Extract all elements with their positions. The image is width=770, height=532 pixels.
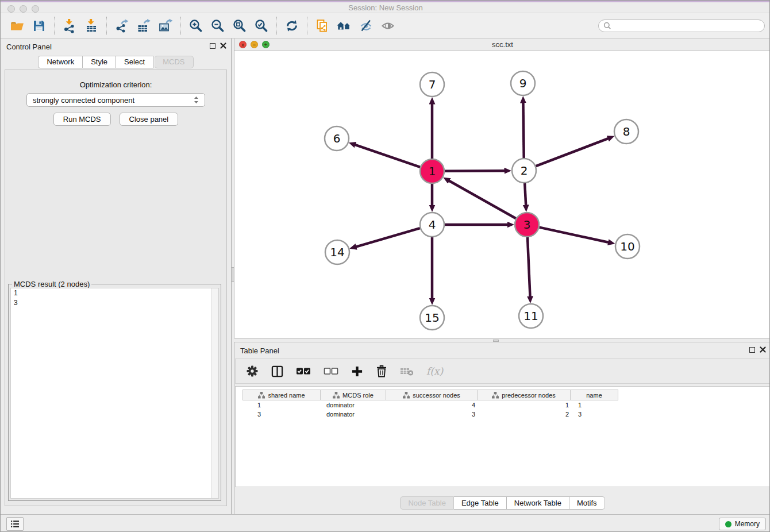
tab-select[interactable]: Select — [116, 56, 153, 68]
close-panel-icon[interactable] — [760, 346, 766, 353]
criterion-selected-value: strongly connected component — [33, 96, 134, 105]
close-panel-icon[interactable] — [220, 43, 226, 49]
svg-text:1: 1 — [429, 164, 436, 178]
graph-edge-1-2[interactable] — [445, 171, 506, 171]
import-network-icon[interactable] — [59, 15, 80, 37]
task-history-button[interactable] — [6, 517, 24, 531]
refresh-icon[interactable] — [281, 15, 303, 37]
cell-mcds_role: dominator — [321, 410, 387, 419]
graph-edge-3-11[interactable] — [528, 237, 530, 298]
toolbar-separator — [54, 17, 55, 35]
svg-text:15: 15 — [425, 311, 439, 325]
graph-node-14[interactable]: 14 — [325, 240, 349, 264]
table-toolbar: f(x) — [235, 358, 770, 384]
cell-name: 1 — [572, 400, 621, 410]
cell-successor_nodes: 3 — [387, 410, 479, 419]
float-panel-icon[interactable] — [749, 347, 755, 353]
first-neighbors-icon[interactable] — [333, 15, 355, 37]
add-column-icon[interactable] — [351, 365, 363, 377]
graph-node-7[interactable]: 7 — [420, 72, 444, 97]
graph-node-8[interactable]: 8 — [614, 119, 638, 144]
search-input[interactable] — [614, 22, 760, 30]
svg-text:8: 8 — [623, 125, 630, 138]
graph-node-3[interactable]: 3 — [515, 213, 539, 237]
tab-mcds[interactable]: MCDS — [155, 56, 193, 68]
copy-style-icon[interactable] — [311, 15, 333, 37]
svg-text:10: 10 — [620, 240, 634, 253]
optimization-criterion-label: Optimization criterion: — [5, 80, 226, 89]
graph-node-6[interactable]: 6 — [325, 126, 349, 151]
graph-edge-2-8[interactable] — [536, 138, 610, 166]
network-window-titlebar: x − + scc.txt — [234, 38, 770, 51]
column-header-predecessor-nodes[interactable]: predecessor nodes — [477, 390, 571, 400]
show-graphics-details-icon[interactable] — [377, 15, 399, 37]
tab-edge-table[interactable]: Edge Table — [454, 496, 507, 510]
graph-node-10[interactable]: 10 — [615, 234, 640, 259]
tab-network-table[interactable]: Network Table — [507, 496, 569, 510]
zoom-out-icon[interactable] — [207, 15, 229, 37]
export-network-icon[interactable] — [111, 15, 133, 37]
graph-edge-3-1[interactable] — [448, 180, 516, 218]
network-title: scc.txt — [234, 38, 770, 51]
network-canvas[interactable]: 7968124314101511 — [234, 51, 770, 338]
graph-node-15[interactable]: 15 — [420, 306, 444, 330]
import-table-icon[interactable] — [80, 15, 102, 37]
toolbar-separator — [180, 17, 181, 35]
run-mcds-button[interactable]: Run MCDS — [53, 113, 111, 126]
graph-edge-4-14[interactable] — [355, 228, 420, 247]
tab-motifs[interactable]: Motifs — [569, 496, 605, 510]
graph-node-4[interactable]: 4 — [420, 213, 444, 237]
tab-node-table[interactable]: Node Table — [400, 496, 454, 510]
graph-node-11[interactable]: 11 — [519, 304, 543, 328]
result-scrollbar[interactable] — [211, 288, 218, 498]
export-table-icon[interactable] — [133, 15, 155, 37]
network-view-window: x − + scc.txt 7968124314101511 — [234, 38, 770, 338]
function-builder-icon[interactable]: f(x) — [426, 365, 443, 377]
zoom-in-icon[interactable] — [185, 15, 207, 37]
graph-node-9[interactable]: 9 — [511, 71, 535, 95]
mcds-panel: Optimization criterion: strongly connect… — [5, 70, 227, 506]
graph-node-1[interactable]: 1 — [420, 159, 444, 183]
save-session-icon[interactable] — [28, 15, 50, 37]
select-chevrons-icon — [194, 96, 199, 104]
network-graph[interactable]: 7968124314101511 — [234, 51, 770, 338]
column-header-successor-nodes[interactable]: successor nodes — [386, 390, 478, 400]
float-panel-icon[interactable] — [210, 43, 215, 49]
unselect-all-columns-icon[interactable] — [324, 366, 338, 376]
memory-button[interactable]: Memory — [719, 518, 766, 530]
criterion-select[interactable]: strongly connected component — [26, 93, 205, 107]
column-header-name[interactable]: name — [570, 390, 618, 400]
table-options-icon[interactable] — [246, 365, 259, 377]
graph-edge-3-10[interactable] — [539, 228, 609, 243]
export-image-icon[interactable] — [155, 15, 176, 37]
svg-text:3: 3 — [523, 218, 531, 232]
graph-edge-2-9[interactable] — [523, 102, 523, 158]
table-row[interactable]: 3dominator323 — [242, 410, 769, 419]
tab-style[interactable]: Style — [83, 56, 116, 68]
mcds-result-box: MCDS result (2 nodes) 13 — [8, 284, 221, 501]
graph-node-2[interactable]: 2 — [512, 159, 536, 183]
open-session-icon[interactable] — [6, 15, 28, 37]
graph-edge-1-6[interactable] — [354, 144, 420, 167]
cell-name: 3 — [572, 410, 621, 419]
zoom-selected-icon[interactable] — [251, 15, 272, 37]
delete-columns-icon[interactable] — [376, 365, 387, 377]
column-header-MCDS-role[interactable]: MCDS role — [320, 390, 386, 400]
close-panel-button[interactable]: Close panel — [120, 113, 179, 126]
delete-table-icon[interactable] — [400, 366, 414, 376]
hide-graphics-icon[interactable] — [355, 15, 377, 37]
mcds-result-list[interactable]: 13 — [10, 288, 219, 499]
zoom-fit-icon[interactable] — [229, 15, 251, 37]
tab-network[interactable]: Network — [38, 56, 83, 68]
show-column-icon[interactable] — [271, 365, 283, 377]
toolbar-separator — [307, 17, 307, 35]
graph-edge-2-3[interactable] — [525, 183, 526, 206]
cell-shared_name: 1 — [242, 400, 321, 410]
sort-hierarchy-icon — [333, 392, 340, 399]
control-panel: Control Panel NetworkStyleSelectMCDS Opt… — [1, 38, 231, 514]
cell-predecessor_nodes: 2 — [479, 410, 572, 419]
column-header-shared-name[interactable]: shared name — [242, 390, 321, 400]
select-all-columns-icon[interactable] — [296, 366, 311, 376]
table-row[interactable]: 1dominator411 — [242, 400, 769, 410]
search-field[interactable] — [598, 20, 765, 32]
